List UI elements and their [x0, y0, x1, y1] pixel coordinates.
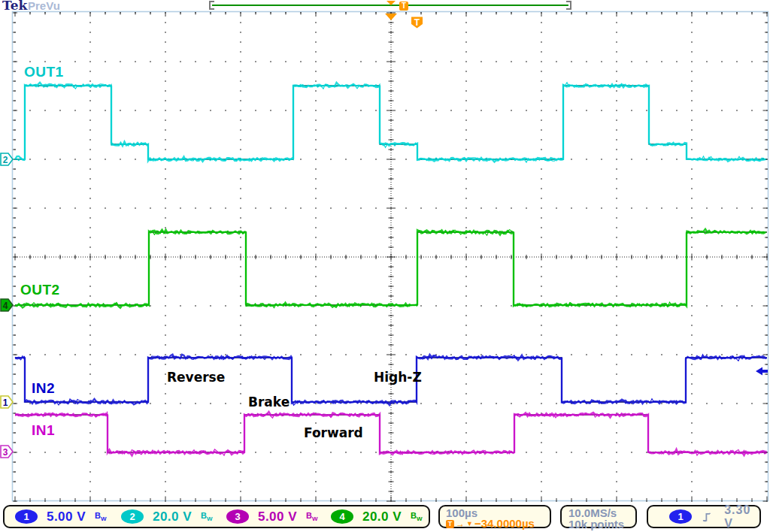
rising-edge-icon: [702, 510, 714, 524]
annotation-reverse: Reverse: [167, 370, 225, 385]
svg-text:1: 1: [3, 397, 8, 408]
channel-scale-4: 20.0 V: [353, 509, 411, 524]
trigger-t-icon: T: [446, 520, 454, 528]
bandwidth-limit-indicator-1: BW: [95, 511, 107, 522]
channel-zero-markers: 2413: [1, 153, 13, 458]
waveform-IN1: [15, 412, 767, 455]
waveform-traces: [15, 83, 767, 456]
trigger-position-marker-icon: [385, 14, 397, 20]
annotation-high-z: High-Z: [374, 370, 422, 385]
trigger-delay-value: −34.0000µs: [474, 518, 535, 529]
oscilloscope-screen: Tek PreVu T 2413 T OUT1OUT2IN2IN1 Revers…: [0, 0, 770, 532]
trigger-source-badge: 1: [669, 509, 692, 524]
channel-marker-4: 4: [1, 299, 13, 311]
svg-text:3: 3: [3, 447, 8, 458]
annotation-brake: Brake: [248, 394, 290, 410]
bandwidth-limit-indicator-2: BW: [201, 511, 213, 522]
svg-text:4: 4: [3, 301, 8, 311]
graticule: [13, 12, 768, 502]
channel-marker-2: 2: [1, 153, 13, 165]
triangle-down-icon: ▼: [466, 520, 473, 528]
channel-scale-1: 5.00 V: [38, 509, 95, 524]
channel-badge-2: 2: [121, 509, 144, 524]
annotation-forward: Forward: [304, 425, 363, 440]
channel-readout-3: 35.00 VBW: [226, 506, 318, 527]
trace-label-out1: OUT1: [24, 64, 64, 80]
acquisition-readout: 10.0MS/s 10k points: [560, 505, 637, 528]
bandwidth-limit-indicator-4: BW: [411, 511, 423, 522]
bandwidth-limit-indicator-3: BW: [306, 511, 318, 522]
svg-text:2: 2: [3, 155, 8, 165]
trigger-indicators: T: [385, 14, 768, 376]
channel-badge-4: 4: [331, 509, 353, 524]
record-length-value: 10k points: [568, 519, 629, 530]
arrow-right-icon: →: [456, 520, 465, 528]
trigger-delay-readout: T → ▼ −34.0000µs: [446, 518, 544, 529]
trace-label-in2: IN2: [32, 380, 55, 397]
scope-display: 2413 T: [0, 0, 770, 502]
channel-readout-2: 220.0 VBW: [121, 506, 213, 527]
channel-scale-3: 5.00 V: [249, 509, 306, 524]
channel-scale-2: 20.0 V: [144, 509, 201, 524]
trigger-level-value: 3.30 V: [724, 503, 759, 530]
channel-readout-1: 15.00 VBW: [15, 506, 107, 527]
channel-badge-1: 1: [15, 509, 38, 524]
channel-readout-4: 420.0 VBW: [331, 506, 423, 527]
channel-badge-3: 3: [226, 509, 249, 524]
status-bar: 15.00 VBW220.0 VBW35.00 VBW420.0 VBW 100…: [0, 503, 770, 532]
timebase-readout: 100µs T → ▼ −34.0000µs: [438, 505, 551, 528]
svg-text:T: T: [414, 17, 420, 28]
trace-label-out2: OUT2: [20, 282, 60, 298]
channel-marker-1: 1: [1, 396, 13, 408]
trigger-readout: 1 3.30 V: [647, 505, 761, 528]
sample-rate-value: 10.0MS/s: [568, 508, 629, 518]
channel-scale-readouts: 15.00 VBW220.0 VBW35.00 VBW420.0 VBW: [3, 505, 430, 528]
trace-label-in1: IN1: [32, 422, 55, 439]
channel-marker-3: 3: [1, 446, 13, 458]
